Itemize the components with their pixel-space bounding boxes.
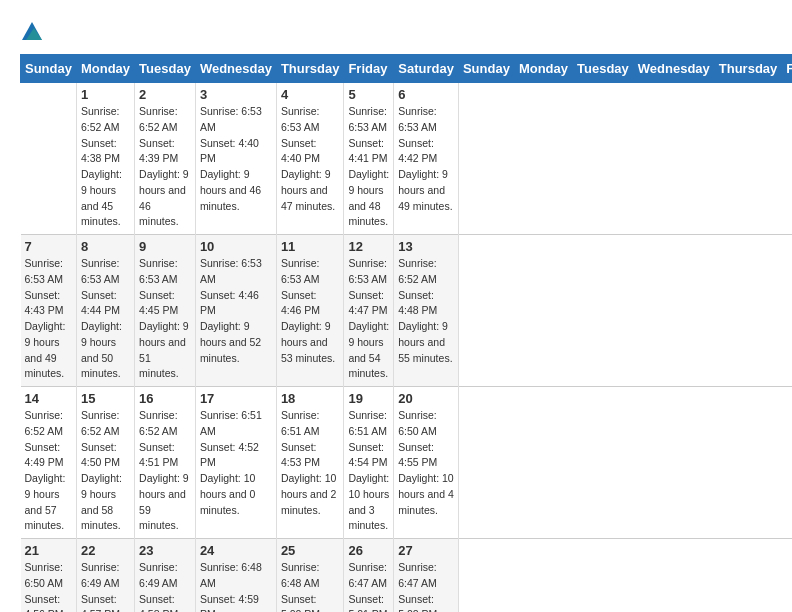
day-number: 11	[281, 239, 340, 254]
calendar-cell: 24Sunrise: 6:48 AMSunset: 4:59 PMDayligh…	[195, 539, 276, 613]
calendar-cell: 15Sunrise: 6:52 AMSunset: 4:50 PMDayligh…	[76, 387, 134, 539]
day-number: 26	[348, 543, 389, 558]
calendar-cell: 25Sunrise: 6:48 AMSunset: 5:00 PMDayligh…	[276, 539, 344, 613]
day-info: Sunrise: 6:53 AMSunset: 4:46 PMDaylight:…	[281, 256, 340, 366]
calendar-header-row: SundayMondayTuesdayWednesdayThursdayFrid…	[21, 55, 793, 83]
calendar-cell: 16Sunrise: 6:52 AMSunset: 4:51 PMDayligh…	[135, 387, 196, 539]
calendar-cell: 9Sunrise: 6:53 AMSunset: 4:45 PMDaylight…	[135, 235, 196, 387]
day-number: 20	[398, 391, 454, 406]
calendar-cell: 27Sunrise: 6:47 AMSunset: 5:02 PMDayligh…	[394, 539, 459, 613]
calendar-cell: 22Sunrise: 6:49 AMSunset: 4:57 PMDayligh…	[76, 539, 134, 613]
day-info: Sunrise: 6:52 AMSunset: 4:49 PMDaylight:…	[25, 408, 72, 534]
day-number: 19	[348, 391, 389, 406]
calendar-cell	[21, 83, 77, 235]
day-number: 27	[398, 543, 454, 558]
day-number: 22	[81, 543, 130, 558]
day-info: Sunrise: 6:52 AMSunset: 4:39 PMDaylight:…	[139, 104, 191, 230]
calendar-cell: 3Sunrise: 6:53 AMSunset: 4:40 PMDaylight…	[195, 83, 276, 235]
calendar-cell: 12Sunrise: 6:53 AMSunset: 4:47 PMDayligh…	[344, 235, 394, 387]
day-number: 16	[139, 391, 191, 406]
day-info: Sunrise: 6:53 AMSunset: 4:42 PMDaylight:…	[398, 104, 454, 214]
day-info: Sunrise: 6:50 AMSunset: 4:56 PMDaylight:…	[25, 560, 72, 612]
day-info: Sunrise: 6:52 AMSunset: 4:38 PMDaylight:…	[81, 104, 130, 230]
calendar-cell: 17Sunrise: 6:51 AMSunset: 4:52 PMDayligh…	[195, 387, 276, 539]
weekday-header: Monday	[76, 55, 134, 83]
calendar-cell: 4Sunrise: 6:53 AMSunset: 4:40 PMDaylight…	[276, 83, 344, 235]
weekday-header: Friday	[344, 55, 394, 83]
day-number: 9	[139, 239, 191, 254]
day-info: Sunrise: 6:53 AMSunset: 4:40 PMDaylight:…	[281, 104, 340, 214]
calendar-cell: 6Sunrise: 6:53 AMSunset: 4:42 PMDaylight…	[394, 83, 459, 235]
day-number: 24	[200, 543, 272, 558]
logo	[20, 20, 48, 44]
day-number: 8	[81, 239, 130, 254]
day-number: 5	[348, 87, 389, 102]
day-info: Sunrise: 6:49 AMSunset: 4:58 PMDaylight:…	[139, 560, 191, 612]
day-number: 12	[348, 239, 389, 254]
weekday-header: Wednesday	[633, 55, 714, 83]
day-info: Sunrise: 6:53 AMSunset: 4:41 PMDaylight:…	[348, 104, 389, 230]
weekday-header: Thursday	[276, 55, 344, 83]
day-info: Sunrise: 6:51 AMSunset: 4:53 PMDaylight:…	[281, 408, 340, 518]
calendar-week-row: 1Sunrise: 6:52 AMSunset: 4:38 PMDaylight…	[21, 83, 793, 235]
calendar-cell: 10Sunrise: 6:53 AMSunset: 4:46 PMDayligh…	[195, 235, 276, 387]
weekday-header: Saturday	[394, 55, 459, 83]
calendar-cell: 23Sunrise: 6:49 AMSunset: 4:58 PMDayligh…	[135, 539, 196, 613]
calendar-cell: 26Sunrise: 6:47 AMSunset: 5:01 PMDayligh…	[344, 539, 394, 613]
day-info: Sunrise: 6:52 AMSunset: 4:50 PMDaylight:…	[81, 408, 130, 534]
day-number: 4	[281, 87, 340, 102]
day-info: Sunrise: 6:52 AMSunset: 4:48 PMDaylight:…	[398, 256, 454, 366]
day-number: 14	[25, 391, 72, 406]
day-number: 1	[81, 87, 130, 102]
day-number: 13	[398, 239, 454, 254]
day-number: 23	[139, 543, 191, 558]
day-number: 10	[200, 239, 272, 254]
day-info: Sunrise: 6:48 AMSunset: 4:59 PMDaylight:…	[200, 560, 272, 612]
day-info: Sunrise: 6:53 AMSunset: 4:44 PMDaylight:…	[81, 256, 130, 382]
day-info: Sunrise: 6:53 AMSunset: 4:43 PMDaylight:…	[25, 256, 72, 382]
day-number: 18	[281, 391, 340, 406]
weekday-header: Tuesday	[573, 55, 634, 83]
day-info: Sunrise: 6:49 AMSunset: 4:57 PMDaylight:…	[81, 560, 130, 612]
calendar-cell: 20Sunrise: 6:50 AMSunset: 4:55 PMDayligh…	[394, 387, 459, 539]
calendar-cell: 14Sunrise: 6:52 AMSunset: 4:49 PMDayligh…	[21, 387, 77, 539]
day-number: 6	[398, 87, 454, 102]
calendar-cell: 7Sunrise: 6:53 AMSunset: 4:43 PMDaylight…	[21, 235, 77, 387]
day-info: Sunrise: 6:52 AMSunset: 4:51 PMDaylight:…	[139, 408, 191, 534]
day-number: 25	[281, 543, 340, 558]
calendar-table: SundayMondayTuesdayWednesdayThursdayFrid…	[20, 54, 792, 612]
calendar-week-row: 21Sunrise: 6:50 AMSunset: 4:56 PMDayligh…	[21, 539, 793, 613]
day-info: Sunrise: 6:50 AMSunset: 4:55 PMDaylight:…	[398, 408, 454, 518]
calendar-cell: 5Sunrise: 6:53 AMSunset: 4:41 PMDaylight…	[344, 83, 394, 235]
day-info: Sunrise: 6:53 AMSunset: 4:45 PMDaylight:…	[139, 256, 191, 382]
day-info: Sunrise: 6:51 AMSunset: 4:54 PMDaylight:…	[348, 408, 389, 534]
day-info: Sunrise: 6:53 AMSunset: 4:47 PMDaylight:…	[348, 256, 389, 382]
weekday-header: Sunday	[21, 55, 77, 83]
day-number: 2	[139, 87, 191, 102]
day-number: 21	[25, 543, 72, 558]
calendar-cell: 21Sunrise: 6:50 AMSunset: 4:56 PMDayligh…	[21, 539, 77, 613]
weekday-header: Thursday	[714, 55, 782, 83]
calendar-cell: 13Sunrise: 6:52 AMSunset: 4:48 PMDayligh…	[394, 235, 459, 387]
day-info: Sunrise: 6:51 AMSunset: 4:52 PMDaylight:…	[200, 408, 272, 518]
calendar-cell: 18Sunrise: 6:51 AMSunset: 4:53 PMDayligh…	[276, 387, 344, 539]
day-info: Sunrise: 6:53 AMSunset: 4:40 PMDaylight:…	[200, 104, 272, 214]
calendar-cell: 19Sunrise: 6:51 AMSunset: 4:54 PMDayligh…	[344, 387, 394, 539]
day-number: 7	[25, 239, 72, 254]
calendar-week-row: 7Sunrise: 6:53 AMSunset: 4:43 PMDaylight…	[21, 235, 793, 387]
calendar-cell: 8Sunrise: 6:53 AMSunset: 4:44 PMDaylight…	[76, 235, 134, 387]
day-number: 17	[200, 391, 272, 406]
weekday-header: Tuesday	[135, 55, 196, 83]
weekday-header: Monday	[514, 55, 572, 83]
day-info: Sunrise: 6:47 AMSunset: 5:02 PMDaylight:…	[398, 560, 454, 612]
day-info: Sunrise: 6:53 AMSunset: 4:46 PMDaylight:…	[200, 256, 272, 366]
calendar-cell: 2Sunrise: 6:52 AMSunset: 4:39 PMDaylight…	[135, 83, 196, 235]
logo-icon	[20, 20, 44, 44]
day-number: 3	[200, 87, 272, 102]
weekday-header: Wednesday	[195, 55, 276, 83]
weekday-header: Sunday	[458, 55, 514, 83]
day-info: Sunrise: 6:47 AMSunset: 5:01 PMDaylight:…	[348, 560, 389, 612]
day-info: Sunrise: 6:48 AMSunset: 5:00 PMDaylight:…	[281, 560, 340, 612]
weekday-header: Friday	[782, 55, 792, 83]
calendar-cell: 11Sunrise: 6:53 AMSunset: 4:46 PMDayligh…	[276, 235, 344, 387]
